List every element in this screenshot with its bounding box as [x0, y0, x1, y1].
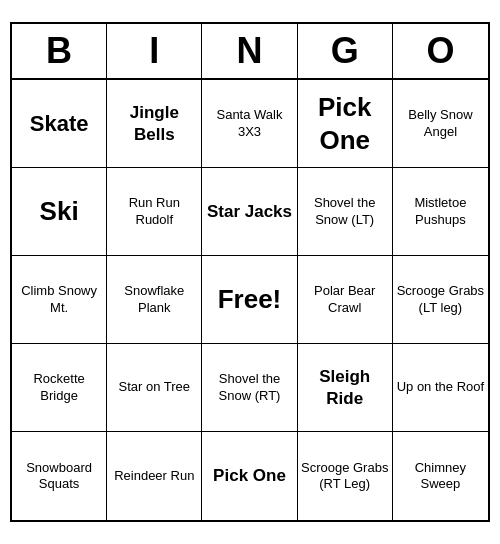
bingo-cell-13: Polar Bear Crawl	[298, 256, 393, 344]
bingo-cell-12: Free!	[202, 256, 297, 344]
bingo-grid: SkateJingle BellsSanta Walk 3X3Pick OneB…	[12, 80, 488, 520]
cell-text-2: Santa Walk 3X3	[205, 107, 293, 140]
cell-text-5: Ski	[40, 195, 79, 228]
cell-text-16: Star on Tree	[119, 379, 191, 395]
bingo-cell-22: Pick One	[202, 432, 297, 520]
bingo-cell-17: Shovel the Snow (RT)	[202, 344, 297, 432]
bingo-cell-6: Run Run Rudolf	[107, 168, 202, 256]
cell-text-11: Snowflake Plank	[110, 283, 198, 316]
bingo-cell-5: Ski	[12, 168, 107, 256]
cell-text-6: Run Run Rudolf	[110, 195, 198, 228]
cell-text-18: Sleigh Ride	[301, 366, 389, 409]
bingo-cell-16: Star on Tree	[107, 344, 202, 432]
cell-text-19: Up on the Roof	[397, 379, 484, 395]
cell-text-23: Scrooge Grabs (RT Leg)	[301, 460, 389, 493]
bingo-cell-11: Snowflake Plank	[107, 256, 202, 344]
cell-text-9: Mistletoe Pushups	[396, 195, 485, 228]
header-letter-o: O	[393, 24, 488, 78]
cell-text-13: Polar Bear Crawl	[301, 283, 389, 316]
bingo-cell-24: Chimney Sweep	[393, 432, 488, 520]
cell-text-12: Free!	[218, 283, 282, 316]
bingo-cell-18: Sleigh Ride	[298, 344, 393, 432]
cell-text-17: Shovel the Snow (RT)	[205, 371, 293, 404]
bingo-cell-4: Belly Snow Angel	[393, 80, 488, 168]
bingo-cell-7: Star Jacks	[202, 168, 297, 256]
cell-text-4: Belly Snow Angel	[396, 107, 485, 140]
cell-text-14: Scrooge Grabs (LT leg)	[396, 283, 485, 316]
cell-text-0: Skate	[30, 110, 89, 138]
bingo-cell-9: Mistletoe Pushups	[393, 168, 488, 256]
header-letter-n: N	[202, 24, 297, 78]
cell-text-1: Jingle Bells	[110, 102, 198, 145]
bingo-cell-15: Rockette Bridge	[12, 344, 107, 432]
cell-text-20: Snowboard Squats	[15, 460, 103, 493]
bingo-cell-2: Santa Walk 3X3	[202, 80, 297, 168]
bingo-cell-8: Shovel the Snow (LT)	[298, 168, 393, 256]
cell-text-3: Pick One	[301, 91, 389, 156]
bingo-cell-3: Pick One	[298, 80, 393, 168]
cell-text-21: Reindeer Run	[114, 468, 194, 484]
bingo-cell-20: Snowboard Squats	[12, 432, 107, 520]
bingo-cell-14: Scrooge Grabs (LT leg)	[393, 256, 488, 344]
bingo-cell-10: Climb Snowy Mt.	[12, 256, 107, 344]
cell-text-22: Pick One	[213, 465, 286, 486]
cell-text-10: Climb Snowy Mt.	[15, 283, 103, 316]
header-letter-i: I	[107, 24, 202, 78]
header-letter-b: B	[12, 24, 107, 78]
bingo-card: BINGO SkateJingle BellsSanta Walk 3X3Pic…	[10, 22, 490, 522]
cell-text-24: Chimney Sweep	[396, 460, 485, 493]
bingo-cell-19: Up on the Roof	[393, 344, 488, 432]
cell-text-7: Star Jacks	[207, 201, 292, 222]
bingo-cell-21: Reindeer Run	[107, 432, 202, 520]
bingo-header: BINGO	[12, 24, 488, 80]
header-letter-g: G	[298, 24, 393, 78]
cell-text-15: Rockette Bridge	[15, 371, 103, 404]
bingo-cell-23: Scrooge Grabs (RT Leg)	[298, 432, 393, 520]
cell-text-8: Shovel the Snow (LT)	[301, 195, 389, 228]
bingo-cell-0: Skate	[12, 80, 107, 168]
bingo-cell-1: Jingle Bells	[107, 80, 202, 168]
